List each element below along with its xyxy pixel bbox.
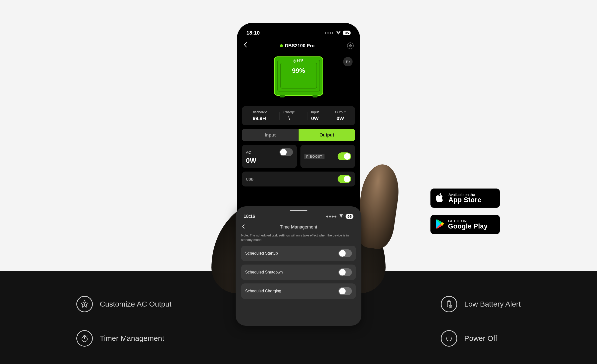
sheet-status-time: 18:16 (244, 214, 255, 219)
svg-marker-4 (81, 300, 89, 308)
stat-discharge: Discharge 99.9H (251, 110, 267, 121)
ac-label: AC (246, 150, 251, 154)
google-play-icon (436, 219, 444, 230)
battery-badge: 95 (343, 31, 351, 35)
pboost-label: P-BOOST (304, 154, 325, 159)
sheet-drag-handle[interactable] (290, 210, 307, 211)
usb-label: USB (246, 177, 254, 181)
ac-output-card: AC 0W (242, 145, 297, 168)
scheduled-charging-toggle[interactable] (339, 287, 352, 295)
battery-soc: 99% (292, 67, 305, 75)
scheduled-shutdown-label: Scheduled Shutdown (245, 270, 283, 274)
stat-charge: Charge \ (283, 110, 295, 121)
stat-label: Input (311, 110, 319, 114)
segment-input[interactable]: Input (242, 129, 299, 141)
sheet-note: Note: The scheduled task settings will o… (241, 233, 356, 242)
thermometer-icon (294, 59, 296, 62)
pboost-card: P-BOOST (300, 145, 355, 168)
online-status-dot-icon (280, 44, 283, 47)
svg-point-1 (349, 45, 351, 47)
apple-icon (436, 192, 445, 204)
app-store-badge[interactable]: Available on the App Store (430, 188, 500, 208)
google-play-badge[interactable]: GET IT ON Google Play (430, 215, 500, 234)
stopwatch-icon (76, 330, 93, 347)
sheet-battery-badge: 95 (346, 214, 353, 219)
sheet-header: Time Management (241, 225, 356, 230)
sheet-title: Time Management (280, 225, 317, 230)
temperature-value: 84°F (297, 59, 303, 62)
stat-label: Charge (283, 110, 295, 114)
ac-watts: 0W (246, 157, 293, 165)
svg-rect-11 (448, 301, 450, 301)
store-badge-column: Available on the App Store GET IT ON Goo… (430, 188, 500, 234)
feature-label: Timer Management (100, 334, 164, 343)
stat-label: Discharge (251, 110, 267, 114)
svg-point-2 (350, 45, 351, 46)
scheduled-charging-row[interactable]: Scheduled Charging (241, 283, 356, 299)
stat-input: Input 0W (311, 110, 319, 121)
temperature-readout: 84°F (294, 59, 303, 62)
features-left-column: Customize AC Output Timer Management (76, 296, 171, 347)
feature-low-battery-alert: Low Battery Alert (441, 296, 521, 312)
svg-point-3 (341, 217, 342, 218)
usb-card: USB (242, 172, 355, 186)
stat-value: 0W (337, 116, 344, 121)
power-toggle-button[interactable] (343, 57, 353, 66)
feature-label: Low Battery Alert (464, 300, 521, 308)
back-button[interactable] (244, 42, 248, 49)
features-right-column: Low Battery Alert Power Off (441, 296, 521, 347)
segment-output[interactable]: Output (298, 129, 355, 141)
status-time: 18:10 (247, 30, 260, 36)
wifi-icon (339, 214, 344, 219)
svg-point-14 (450, 307, 451, 307)
io-segmented-control: Input Output (242, 129, 355, 141)
scheduled-shutdown-toggle[interactable] (339, 268, 352, 276)
appstore-big-text: App Store (448, 196, 481, 204)
sheet-status-bar: 18:16 ●●●● 95 (241, 214, 356, 219)
star-bolt-icon (76, 296, 93, 312)
pboost-toggle[interactable] (338, 152, 351, 160)
feature-timer-management: Timer Management (76, 330, 171, 347)
feature-label: Power Off (464, 334, 497, 343)
stat-output: Output 0W (335, 110, 346, 121)
svg-line-9 (87, 336, 88, 337)
settings-button[interactable] (347, 43, 354, 49)
scheduled-startup-toggle[interactable] (339, 249, 352, 257)
feature-customize-ac: Customize AC Output (76, 296, 171, 312)
scheduled-shutdown-row[interactable]: Scheduled Shutdown (241, 265, 356, 280)
scheduled-charging-label: Scheduled Charging (245, 289, 281, 293)
feature-label: Customize AC Output (100, 300, 171, 308)
app-header: DBS2100 Pro (242, 42, 355, 49)
time-management-sheet: 18:16 ●●●● 95 Time Management Note: The … (236, 206, 361, 326)
svg-point-0 (338, 34, 339, 34)
play-big-text: Google Play (448, 223, 488, 230)
stat-value: 99.9H (253, 116, 266, 121)
stat-value: 0W (311, 116, 319, 121)
ac-toggle[interactable] (279, 148, 293, 156)
stat-label: Output (335, 110, 346, 114)
device-visual: 84°F 99% (274, 56, 323, 96)
power-icon (441, 330, 457, 347)
scheduled-startup-label: Scheduled Startup (245, 251, 278, 256)
stats-panel: Discharge 99.9H Charge \ Input 0W Output… (242, 106, 355, 125)
cellular-dots-icon: ●●●● (326, 214, 337, 219)
battery-alert-icon (441, 296, 457, 312)
feature-power-off: Power Off (441, 330, 521, 347)
cellular-dots-icon: ●●●● (325, 31, 334, 35)
device-name-label: DBS2100 Pro (285, 43, 314, 48)
scheduled-startup-row[interactable]: Scheduled Startup (241, 246, 356, 261)
device-title: DBS2100 Pro (280, 43, 314, 48)
wifi-icon (336, 30, 341, 36)
status-bar: 18:10 ●●●● 95 (242, 29, 355, 36)
sheet-back-button[interactable] (242, 224, 245, 230)
usb-toggle[interactable] (338, 175, 351, 183)
stat-value: \ (289, 116, 290, 121)
